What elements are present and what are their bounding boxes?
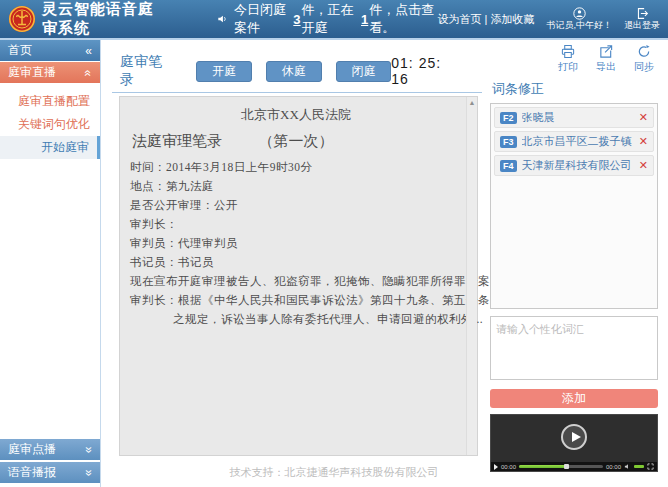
speaker-icon <box>217 12 228 26</box>
scroll-up-icon[interactable]: ▲ <box>467 97 477 106</box>
record-line: 是否公开审理：公开 <box>130 196 462 215</box>
record-line: 审判长： <box>130 215 462 234</box>
record-line: 现在宣布开庭审理被告人、犯盗窃罪，犯掩饰、隐瞒犯罪所得罪一案 <box>130 272 462 291</box>
court-name: 北京市XX人民法院 <box>130 103 462 127</box>
custom-word-input[interactable] <box>490 316 658 380</box>
notice-middle: 件，正在开庭 <box>302 1 360 37</box>
collapse-left-icon[interactable]: « <box>85 45 92 57</box>
document-content: 北京市XX人民法院 法庭审理笔录 （第一次） 时间：2014年3月18日上午9时… <box>130 103 462 329</box>
live-section-label: 庭审直播 <box>8 64 56 81</box>
record-title: 庭审笔录 <box>120 53 170 89</box>
hotkey-badge: F4 <box>500 160 517 172</box>
delete-entry-icon[interactable]: ✕ <box>639 111 648 124</box>
sidebar-section-live[interactable]: 庭审直播 « <box>0 62 100 83</box>
correction-entry[interactable]: F4 天津新星科技有限公司 ✕ <box>494 155 654 176</box>
vod-section-label: 庭审点播 <box>8 441 56 458</box>
record-line: 书记员：书记员 <box>130 253 462 272</box>
sync-label: 同步 <box>634 60 654 74</box>
user-greeting: 书记员,中午好！ <box>546 7 612 31</box>
sidebar-item-live-config[interactable]: 庭审直播配置 <box>0 90 100 113</box>
correction-entry[interactable]: F3 北京市昌平区二拨子镇 ✕ <box>494 131 654 152</box>
entry-text: 北京市昌平区二拨子镇 <box>522 134 634 149</box>
toolbar-divider <box>112 92 482 93</box>
sidebar: 首页 « 庭审直播 « 庭审直播配置 关键词句优化 开始庭审 庭审点播 « 语音… <box>0 40 101 487</box>
links-divider: | <box>485 13 488 25</box>
record-line: 审判员：代理审判员 <box>130 234 462 253</box>
add-favorite-link[interactable]: 添加收藏 <box>490 13 534 25</box>
logout-label: 退出登录 <box>624 20 660 31</box>
trial-timer: 01: 25: 16 <box>391 55 456 87</box>
play-button[interactable] <box>561 424 587 450</box>
correction-list: F2 张晓晨 ✕ F3 北京市昌平区二拨子镇 ✕ F4 天津新星科技有限公司 ✕ <box>490 103 658 309</box>
collapse-up-icon[interactable]: « <box>83 69 95 76</box>
close-court-button[interactable]: 闭庭 <box>336 61 392 82</box>
delete-entry-icon[interactable]: ✕ <box>639 135 648 148</box>
footer-support-text: 技术支持：北京捷通华声科技股份有限公司 <box>0 465 668 480</box>
greeting-text: 书记员,中午好！ <box>546 20 612 31</box>
set-home-link[interactable]: 设为首页 <box>438 13 482 25</box>
user-icon <box>573 7 586 20</box>
correction-panel: 打印 导出 同步 词条修正 F2 张晓晨 ✕ <box>490 44 658 472</box>
record-toolbar: 庭审笔录 开庭 休庭 闭庭 01: 25: 16 <box>112 58 482 84</box>
export-icon <box>598 44 614 59</box>
sidebar-item-keyword-optimize[interactable]: 关键词句优化 <box>0 113 100 136</box>
closed-case-count: 3 <box>293 12 300 27</box>
add-word-button[interactable]: 添加 <box>490 389 658 408</box>
today-case-notice[interactable]: 今日闭庭案件 3 件，正在开庭 1 件，点击查看。 <box>217 1 437 37</box>
record-line: 审判长：根据《中华人民共和国民事诉讼法》第四十九条、第五十条、第五十一条 <box>130 291 462 310</box>
export-label: 导出 <box>596 60 616 74</box>
notice-suffix: 件，点击查看。 <box>369 1 437 37</box>
sidebar-item-start-trial[interactable]: 开始庭审 <box>0 136 100 159</box>
hotkey-badge: F2 <box>500 112 517 124</box>
sync-button[interactable]: 同步 <box>634 44 654 74</box>
play-icon <box>572 432 581 442</box>
logout-icon <box>636 7 649 20</box>
recess-court-button[interactable]: 休庭 <box>266 61 322 82</box>
sidebar-section-vod[interactable]: 庭审点播 « <box>0 439 100 460</box>
sidebar-item-home[interactable]: 首页 « <box>0 40 100 61</box>
quick-links: 设为首页 | 添加收藏 <box>438 12 535 27</box>
top-header: 灵云智能语音庭审系统 今日闭庭案件 3 件，正在开庭 1 件，点击查看。 设为首… <box>0 0 668 38</box>
print-button[interactable]: 打印 <box>558 44 578 74</box>
entry-text: 天津新星科技有限公司 <box>522 158 634 173</box>
print-label: 打印 <box>558 60 578 74</box>
trial-video-player: 00:00 00:00 <box>490 414 658 472</box>
live-section-items: 庭审直播配置 关键词句优化 开始庭审 <box>0 84 100 159</box>
record-line: 地点：第九法庭 <box>130 177 462 196</box>
document-scrollbar[interactable]: ▲ <box>466 97 477 455</box>
page: 灵云智能语音庭审系统 今日闭庭案件 3 件，正在开庭 1 件，点击查看。 设为首… <box>0 0 668 487</box>
record-line: 之规定，诉讼当事人除有委托代理人、申请回避的权利外... <box>130 310 462 329</box>
record-tools: 打印 导出 同步 <box>490 44 658 74</box>
export-button[interactable]: 导出 <box>596 44 616 74</box>
app-title: 灵云智能语音庭审系统 <box>42 0 165 38</box>
court-record-document: 北京市XX人民法院 法庭审理笔录 （第一次） 时间：2014年3月18日上午9时… <box>119 96 478 456</box>
home-label: 首页 <box>8 42 32 59</box>
court-emblem-logo <box>8 5 36 33</box>
document-title-row: 法庭审理笔录 （第一次） <box>130 127 462 155</box>
record-line: 时间：2014年3月18日上午9时30分 <box>130 158 462 177</box>
expand-down-icon[interactable]: « <box>83 446 95 453</box>
delete-entry-icon[interactable]: ✕ <box>639 159 648 172</box>
entry-text: 张晓晨 <box>522 110 634 125</box>
printer-icon <box>560 44 576 59</box>
panel-title: 词条修正 <box>492 80 658 98</box>
open-case-count: 1 <box>361 12 368 27</box>
logout-button[interactable]: 退出登录 <box>624 7 660 31</box>
session-number: （第一次） <box>130 127 462 155</box>
sync-icon <box>636 44 652 59</box>
correction-entry[interactable]: F2 张晓晨 ✕ <box>494 107 654 128</box>
notice-prefix: 今日闭庭案件 <box>234 1 292 37</box>
hotkey-badge: F3 <box>500 136 517 148</box>
open-court-button[interactable]: 开庭 <box>196 61 252 82</box>
